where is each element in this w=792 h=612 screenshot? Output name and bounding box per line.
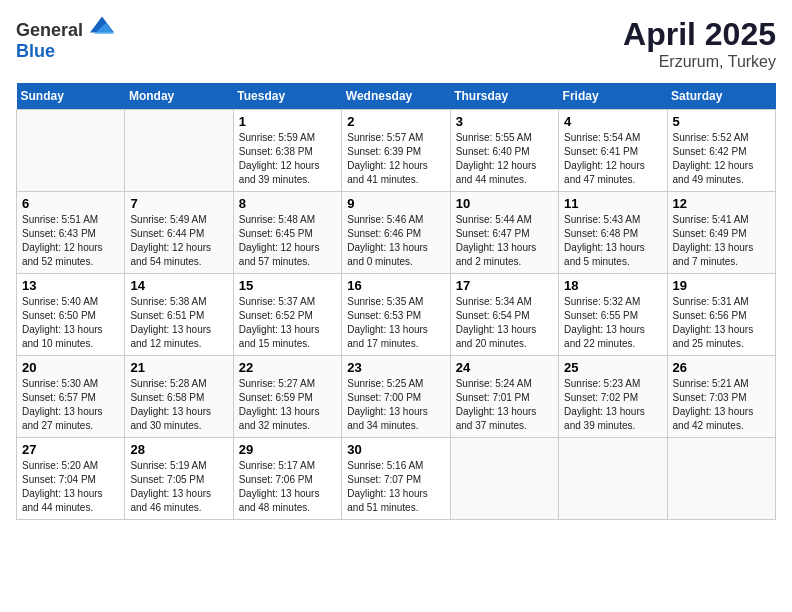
weekday-header-row: SundayMondayTuesdayWednesdayThursdayFrid… [17, 83, 776, 110]
day-info: Sunrise: 5:49 AMSunset: 6:44 PMDaylight:… [130, 213, 227, 269]
logo-general: General [16, 20, 83, 40]
day-number: 19 [673, 278, 770, 293]
day-info: Sunrise: 5:25 AMSunset: 7:00 PMDaylight:… [347, 377, 444, 433]
day-info: Sunrise: 5:17 AMSunset: 7:06 PMDaylight:… [239, 459, 336, 515]
calendar-day-cell: 6Sunrise: 5:51 AMSunset: 6:43 PMDaylight… [17, 192, 125, 274]
day-number: 23 [347, 360, 444, 375]
day-info: Sunrise: 5:38 AMSunset: 6:51 PMDaylight:… [130, 295, 227, 351]
calendar-day-cell [450, 438, 558, 520]
calendar-day-cell: 10Sunrise: 5:44 AMSunset: 6:47 PMDayligh… [450, 192, 558, 274]
day-number: 6 [22, 196, 119, 211]
calendar-day-cell: 12Sunrise: 5:41 AMSunset: 6:49 PMDayligh… [667, 192, 775, 274]
logo-text: General Blue [16, 16, 114, 62]
calendar-day-cell: 1Sunrise: 5:59 AMSunset: 6:38 PMDaylight… [233, 110, 341, 192]
calendar-day-cell [559, 438, 667, 520]
page-header: General Blue April 2025 Erzurum, Turkey [16, 16, 776, 71]
day-info: Sunrise: 5:28 AMSunset: 6:58 PMDaylight:… [130, 377, 227, 433]
day-info: Sunrise: 5:30 AMSunset: 6:57 PMDaylight:… [22, 377, 119, 433]
day-info: Sunrise: 5:32 AMSunset: 6:55 PMDaylight:… [564, 295, 661, 351]
day-number: 4 [564, 114, 661, 129]
weekday-header: Saturday [667, 83, 775, 110]
day-info: Sunrise: 5:40 AMSunset: 6:50 PMDaylight:… [22, 295, 119, 351]
logo: General Blue [16, 16, 114, 62]
weekday-header: Monday [125, 83, 233, 110]
calendar-day-cell: 16Sunrise: 5:35 AMSunset: 6:53 PMDayligh… [342, 274, 450, 356]
calendar-week-row: 6Sunrise: 5:51 AMSunset: 6:43 PMDaylight… [17, 192, 776, 274]
day-info: Sunrise: 5:51 AMSunset: 6:43 PMDaylight:… [22, 213, 119, 269]
calendar-day-cell: 20Sunrise: 5:30 AMSunset: 6:57 PMDayligh… [17, 356, 125, 438]
title-block: April 2025 Erzurum, Turkey [623, 16, 776, 71]
day-info: Sunrise: 5:19 AMSunset: 7:05 PMDaylight:… [130, 459, 227, 515]
day-info: Sunrise: 5:27 AMSunset: 6:59 PMDaylight:… [239, 377, 336, 433]
day-number: 25 [564, 360, 661, 375]
day-number: 30 [347, 442, 444, 457]
day-info: Sunrise: 5:44 AMSunset: 6:47 PMDaylight:… [456, 213, 553, 269]
calendar-day-cell: 18Sunrise: 5:32 AMSunset: 6:55 PMDayligh… [559, 274, 667, 356]
calendar-day-cell: 14Sunrise: 5:38 AMSunset: 6:51 PMDayligh… [125, 274, 233, 356]
day-number: 22 [239, 360, 336, 375]
day-number: 21 [130, 360, 227, 375]
day-number: 12 [673, 196, 770, 211]
day-number: 15 [239, 278, 336, 293]
day-info: Sunrise: 5:54 AMSunset: 6:41 PMDaylight:… [564, 131, 661, 187]
day-number: 27 [22, 442, 119, 457]
day-info: Sunrise: 5:55 AMSunset: 6:40 PMDaylight:… [456, 131, 553, 187]
day-info: Sunrise: 5:31 AMSunset: 6:56 PMDaylight:… [673, 295, 770, 351]
calendar-day-cell [17, 110, 125, 192]
day-info: Sunrise: 5:59 AMSunset: 6:38 PMDaylight:… [239, 131, 336, 187]
day-info: Sunrise: 5:35 AMSunset: 6:53 PMDaylight:… [347, 295, 444, 351]
calendar-day-cell: 21Sunrise: 5:28 AMSunset: 6:58 PMDayligh… [125, 356, 233, 438]
day-number: 13 [22, 278, 119, 293]
day-info: Sunrise: 5:34 AMSunset: 6:54 PMDaylight:… [456, 295, 553, 351]
day-info: Sunrise: 5:43 AMSunset: 6:48 PMDaylight:… [564, 213, 661, 269]
day-info: Sunrise: 5:20 AMSunset: 7:04 PMDaylight:… [22, 459, 119, 515]
day-number: 7 [130, 196, 227, 211]
calendar-day-cell: 4Sunrise: 5:54 AMSunset: 6:41 PMDaylight… [559, 110, 667, 192]
calendar-day-cell: 29Sunrise: 5:17 AMSunset: 7:06 PMDayligh… [233, 438, 341, 520]
calendar-day-cell [667, 438, 775, 520]
calendar-day-cell: 15Sunrise: 5:37 AMSunset: 6:52 PMDayligh… [233, 274, 341, 356]
day-number: 5 [673, 114, 770, 129]
calendar-day-cell: 19Sunrise: 5:31 AMSunset: 6:56 PMDayligh… [667, 274, 775, 356]
calendar-day-cell: 5Sunrise: 5:52 AMSunset: 6:42 PMDaylight… [667, 110, 775, 192]
weekday-header: Sunday [17, 83, 125, 110]
day-number: 2 [347, 114, 444, 129]
calendar-day-cell: 7Sunrise: 5:49 AMSunset: 6:44 PMDaylight… [125, 192, 233, 274]
day-number: 17 [456, 278, 553, 293]
calendar-day-cell: 11Sunrise: 5:43 AMSunset: 6:48 PMDayligh… [559, 192, 667, 274]
calendar-day-cell: 23Sunrise: 5:25 AMSunset: 7:00 PMDayligh… [342, 356, 450, 438]
day-number: 11 [564, 196, 661, 211]
day-number: 16 [347, 278, 444, 293]
calendar-week-row: 1Sunrise: 5:59 AMSunset: 6:38 PMDaylight… [17, 110, 776, 192]
calendar-day-cell: 25Sunrise: 5:23 AMSunset: 7:02 PMDayligh… [559, 356, 667, 438]
day-number: 18 [564, 278, 661, 293]
day-number: 24 [456, 360, 553, 375]
calendar-week-row: 13Sunrise: 5:40 AMSunset: 6:50 PMDayligh… [17, 274, 776, 356]
day-number: 26 [673, 360, 770, 375]
day-info: Sunrise: 5:24 AMSunset: 7:01 PMDaylight:… [456, 377, 553, 433]
day-info: Sunrise: 5:57 AMSunset: 6:39 PMDaylight:… [347, 131, 444, 187]
day-number: 10 [456, 196, 553, 211]
page-title: April 2025 [623, 16, 776, 53]
page-subtitle: Erzurum, Turkey [623, 53, 776, 71]
calendar-week-row: 20Sunrise: 5:30 AMSunset: 6:57 PMDayligh… [17, 356, 776, 438]
day-number: 8 [239, 196, 336, 211]
calendar-day-cell: 26Sunrise: 5:21 AMSunset: 7:03 PMDayligh… [667, 356, 775, 438]
logo-blue: Blue [16, 41, 55, 61]
day-number: 29 [239, 442, 336, 457]
calendar-day-cell: 9Sunrise: 5:46 AMSunset: 6:46 PMDaylight… [342, 192, 450, 274]
calendar-day-cell: 17Sunrise: 5:34 AMSunset: 6:54 PMDayligh… [450, 274, 558, 356]
day-info: Sunrise: 5:23 AMSunset: 7:02 PMDaylight:… [564, 377, 661, 433]
calendar-day-cell: 24Sunrise: 5:24 AMSunset: 7:01 PMDayligh… [450, 356, 558, 438]
day-number: 20 [22, 360, 119, 375]
calendar-table: SundayMondayTuesdayWednesdayThursdayFrid… [16, 83, 776, 520]
calendar-day-cell: 3Sunrise: 5:55 AMSunset: 6:40 PMDaylight… [450, 110, 558, 192]
logo-icon [90, 16, 114, 36]
day-info: Sunrise: 5:21 AMSunset: 7:03 PMDaylight:… [673, 377, 770, 433]
day-number: 14 [130, 278, 227, 293]
calendar-week-row: 27Sunrise: 5:20 AMSunset: 7:04 PMDayligh… [17, 438, 776, 520]
calendar-day-cell: 8Sunrise: 5:48 AMSunset: 6:45 PMDaylight… [233, 192, 341, 274]
day-number: 9 [347, 196, 444, 211]
weekday-header: Thursday [450, 83, 558, 110]
weekday-header: Friday [559, 83, 667, 110]
